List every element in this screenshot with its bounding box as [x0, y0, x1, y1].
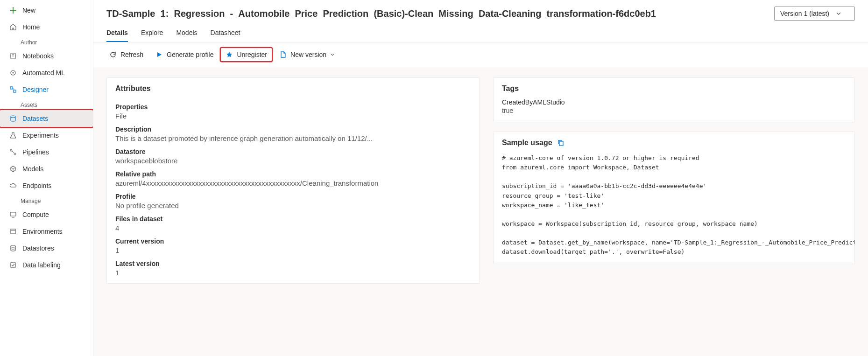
page-title: TD-Sample_1:_Regression_-_Automobile_Pri…: [106, 8, 656, 19]
header-row: TD-Sample_1:_Regression_-_Automobile_Pri…: [93, 0, 868, 21]
sidebar-item-datasets[interactable]: Datasets: [0, 110, 93, 127]
sidebar-section-assets: Assets: [0, 98, 93, 110]
attr-datastore-value: workspaceblobstore: [115, 155, 471, 165]
attr-properties-value: File: [115, 111, 471, 120]
plus-icon: [9, 7, 17, 14]
sidebar-item-datastores[interactable]: Datastores: [0, 240, 93, 257]
home-icon: [9, 23, 17, 31]
new-version-icon: [279, 51, 287, 58]
attr-description-label: Description: [115, 120, 471, 133]
tab-details[interactable]: Details: [106, 29, 128, 42]
sample-usage-title: Sample usage: [502, 139, 552, 147]
svg-rect-12: [10, 212, 16, 216]
tags-header: Tags: [494, 78, 854, 98]
sidebar-item-label: Experiments: [22, 132, 59, 139]
svg-rect-17: [11, 263, 15, 267]
attr-description-value: This is a dataset promoted by inference …: [115, 133, 471, 142]
sidebar-item-data-labeling[interactable]: Data labeling: [0, 257, 93, 273]
sidebar: New Home Author Notebooks Automated ML D…: [0, 0, 93, 356]
tab-explore[interactable]: Explore: [141, 29, 163, 42]
attr-profile-value: No profile generated: [115, 200, 471, 209]
attributes-panel: Attributes Properties File Description T…: [106, 77, 480, 284]
svg-point-16: [11, 245, 15, 247]
sidebar-item-pipelines[interactable]: Pipelines: [0, 144, 93, 161]
unregister-label: Unregister: [237, 51, 267, 58]
svg-rect-5: [10, 87, 13, 89]
sidebar-item-experiments[interactable]: Experiments: [0, 127, 93, 144]
attr-relative-path-value: azureml/4xxxxxxxxxxxxxxxxxxxxxxxxxxxxxxx…: [115, 178, 471, 187]
tag-key: CreatedByAMLStudio: [502, 98, 846, 107]
attributes-header: Attributes: [107, 78, 480, 98]
unregister-button[interactable]: Unregister: [221, 48, 272, 61]
toolbar: Refresh Generate profile Unregister New …: [93, 42, 868, 68]
designer-icon: [9, 86, 17, 93]
pipeline-icon: [9, 148, 17, 156]
attr-profile-label: Profile: [115, 187, 471, 200]
attr-latest-version-label: Latest version: [115, 254, 471, 267]
tab-models[interactable]: Models: [176, 29, 197, 42]
svg-point-8: [11, 116, 15, 118]
sidebar-item-label: Models: [22, 165, 43, 173]
sidebar-section-author: Author: [0, 35, 93, 48]
sidebar-item-compute[interactable]: Compute: [0, 206, 93, 223]
datastore-icon: [9, 244, 17, 252]
sidebar-item-new[interactable]: New: [0, 2, 93, 19]
sidebar-item-automated-ml[interactable]: Automated ML: [0, 64, 93, 81]
attr-current-version-label: Current version: [115, 232, 471, 245]
sidebar-section-manage: Manage: [0, 194, 93, 206]
svg-point-4: [13, 72, 14, 74]
svg-line-7: [13, 88, 14, 91]
sidebar-item-label: Datastores: [22, 244, 54, 252]
generate-profile-button[interactable]: Generate profile: [151, 48, 218, 61]
refresh-button[interactable]: Refresh: [105, 48, 148, 61]
tab-datasheet[interactable]: Datasheet: [211, 29, 240, 42]
svg-rect-6: [14, 90, 16, 92]
sidebar-item-environments[interactable]: Environments: [0, 223, 93, 240]
attr-files-label: Files in dataset: [115, 209, 471, 223]
chevron-down-icon: [836, 11, 841, 16]
sidebar-item-label: Automated ML: [22, 69, 65, 77]
attr-current-version-value: 1: [115, 245, 471, 254]
sample-usage-panel: Sample usage # azureml-core of version 1…: [493, 132, 855, 264]
version-selector-label: Version 1 (latest): [780, 10, 829, 17]
sidebar-item-designer[interactable]: Designer: [0, 81, 93, 98]
cloud-icon: [9, 182, 17, 189]
sidebar-item-label: Designer: [22, 86, 49, 93]
svg-rect-14: [11, 229, 15, 234]
content-area: Attributes Properties File Description T…: [93, 68, 868, 356]
sidebar-item-label: Notebooks: [22, 52, 54, 60]
new-version-button[interactable]: New version: [275, 48, 339, 61]
sidebar-item-label: New: [22, 7, 35, 14]
environment-icon: [9, 228, 17, 235]
svg-line-11: [12, 151, 14, 154]
svg-point-10: [14, 153, 16, 155]
attr-datastore-label: Datastore: [115, 142, 471, 155]
svg-rect-18: [559, 141, 563, 146]
sidebar-item-home[interactable]: Home: [0, 19, 93, 35]
notebook-icon: [9, 52, 17, 60]
sidebar-item-notebooks[interactable]: Notebooks: [0, 48, 93, 64]
generate-profile-label: Generate profile: [167, 51, 213, 58]
sample-usage-header: Sample usage: [494, 132, 854, 152]
sidebar-item-models[interactable]: Models: [0, 161, 93, 177]
compute-icon: [9, 211, 17, 218]
copy-icon[interactable]: [557, 139, 565, 147]
label-icon: [9, 261, 17, 269]
sidebar-item-endpoints[interactable]: Endpoints: [0, 177, 93, 194]
star-icon: [226, 51, 233, 58]
automl-icon: [9, 69, 17, 77]
sample-usage-code[interactable]: # azureml-core of version 1.0.72 or high…: [494, 152, 854, 264]
sidebar-item-label: Compute: [22, 211, 49, 218]
sidebar-item-label: Home: [22, 23, 40, 31]
version-selector[interactable]: Version 1 (latest): [774, 7, 855, 21]
new-version-label: New version: [290, 51, 326, 58]
attr-files-value: 4: [115, 223, 471, 232]
attr-relative-path-label: Relative path: [115, 165, 471, 178]
sidebar-item-label: Environments: [22, 228, 63, 235]
attr-latest-version-value: 1: [115, 267, 471, 277]
cube-icon: [9, 165, 17, 173]
svg-point-9: [10, 149, 12, 151]
datasets-icon: [9, 115, 17, 122]
flask-icon: [9, 132, 17, 139]
play-icon: [155, 51, 163, 58]
